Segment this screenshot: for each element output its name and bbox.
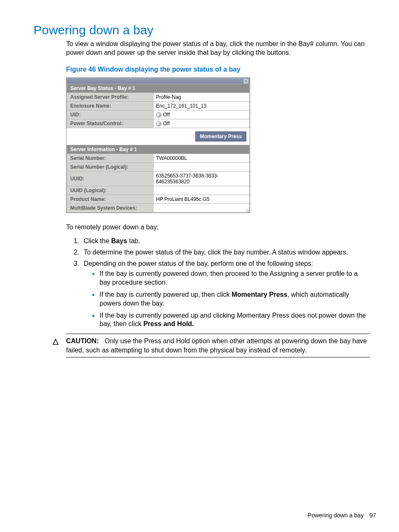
- server-info-table: Server Information - Bay # 1 Serial Numb…: [66, 145, 250, 213]
- row-value: [153, 186, 250, 195]
- row-value: HP ProLiant BL495c G5: [153, 195, 250, 204]
- list-item: If the bay is currently powered up and c…: [100, 311, 370, 329]
- bay-status-dialog: x Server Bay Status - Bay # 1 Assigned S…: [66, 77, 250, 213]
- text: Click the: [84, 237, 111, 244]
- caution-icon: △: [53, 337, 59, 346]
- bay-status-table: Server Bay Status - Bay # 1 Assigned Ser…: [66, 84, 250, 129]
- caution-text: Only use the Press and Hold option when …: [66, 337, 367, 354]
- row-label: UUID (Logical):: [67, 186, 153, 195]
- row-label: Serial Number (Logical):: [67, 163, 153, 172]
- procedure-lead: To remotely power down a bay:: [66, 223, 370, 232]
- text: Depending on the power status of the bay…: [84, 260, 313, 267]
- figure-caption: Figure 46 Window displaying the power st…: [66, 66, 370, 73]
- list-item: Depending on the power status of the bay…: [81, 260, 370, 329]
- page-heading: Powering down a bay: [33, 23, 376, 37]
- page-footer: Powering down a bay97: [308, 512, 376, 519]
- led-icon: [156, 121, 161, 126]
- row-value: TWA00000BL: [153, 154, 250, 163]
- row-value: Off: [153, 119, 250, 128]
- row-value: 63525653-3737-3638-3633-646235363820: [153, 172, 250, 186]
- dialog-button-row: Momentary Press: [66, 128, 250, 145]
- led-icon: [156, 112, 161, 118]
- row-value: Off: [153, 110, 250, 119]
- bold-text: Press and Hold.: [143, 320, 194, 327]
- bold-text: Momentary Press: [232, 291, 287, 298]
- row-value: [153, 163, 250, 172]
- row-label: UID:: [67, 110, 153, 119]
- row-value: Profile-Nag: [153, 93, 250, 101]
- row-label: UUID:: [67, 172, 153, 186]
- bold-text: Bays: [111, 237, 127, 244]
- power-status: Off: [163, 121, 170, 126]
- sub-list: If the bay is currently powered down, th…: [84, 270, 370, 329]
- text: tab.: [127, 237, 140, 244]
- text: If the bay is currently powered up, then…: [100, 291, 232, 298]
- row-value: [153, 204, 250, 213]
- row-label: Serial Number:: [67, 154, 153, 163]
- resize-handle-icon[interactable]: [246, 208, 250, 213]
- row-label: Assigned Server Profile:: [67, 93, 153, 101]
- text: If the bay is currently powered up and c…: [100, 312, 366, 328]
- row-value: Enc_172_161_101_13: [153, 101, 250, 110]
- page-number: 97: [369, 512, 376, 519]
- row-label: MultiBlade System Devices:: [67, 204, 153, 213]
- uid-status: Off: [163, 112, 170, 118]
- momentary-press-button[interactable]: Momentary Press: [195, 131, 246, 141]
- list-item: Click the Bays tab.: [81, 237, 370, 246]
- section-header-status: Server Bay Status - Bay # 1: [67, 84, 250, 93]
- list-item: If the bay is currently powered up, then…: [100, 290, 370, 308]
- section-header-info: Server Information - Bay # 1: [67, 145, 250, 154]
- close-icon[interactable]: x: [243, 78, 249, 84]
- caution-note: △ CAUTION:Only use the Press and Hold op…: [66, 334, 370, 357]
- list-item: If the bay is currently powered down, th…: [100, 270, 370, 287]
- row-label: Power Status/Control:: [67, 119, 153, 128]
- dialog-titlebar: x: [66, 78, 250, 84]
- row-label: Product Name:: [67, 195, 153, 204]
- footer-title: Powering down a bay: [308, 512, 364, 519]
- list-item: To determine the power status of the bay…: [81, 248, 370, 257]
- intro-paragraph: To view a window displaying the power st…: [66, 40, 370, 57]
- caution-lead: CAUTION:: [66, 337, 99, 344]
- procedure-list: Click the Bays tab. To determine the pow…: [66, 237, 370, 329]
- row-label: Enclosure Name:: [67, 101, 153, 110]
